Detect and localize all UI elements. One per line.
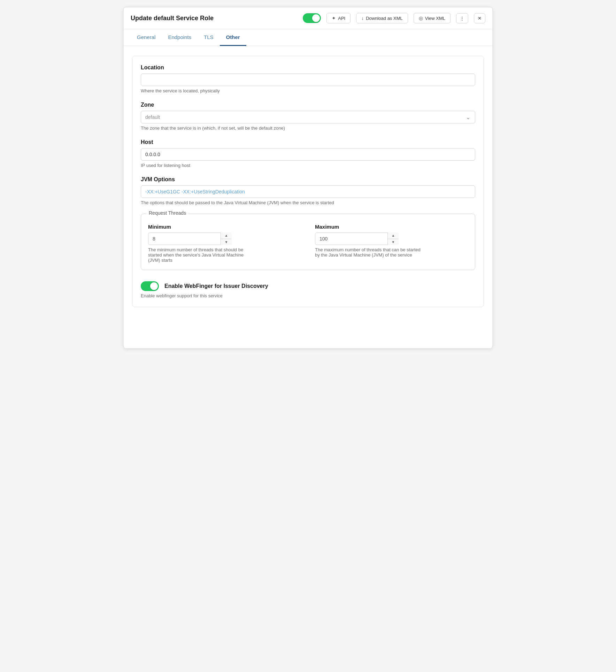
modal-container: Update default Service Role ✦ API ↓ Down… bbox=[123, 7, 493, 349]
tab-bar: General Endpoints TLS Other bbox=[124, 29, 492, 46]
zone-field-group: Zone default zone1 zone2 ⌄ The zone that… bbox=[141, 102, 475, 131]
location-field-group: Location Where the service is located, p… bbox=[141, 64, 475, 93]
eye-icon: ◎ bbox=[419, 15, 423, 21]
tab-endpoints[interactable]: Endpoints bbox=[162, 29, 198, 46]
close-icon: ✕ bbox=[478, 16, 482, 21]
host-field-group: Host IP used for listening host bbox=[141, 139, 475, 168]
tab-tls[interactable]: TLS bbox=[198, 29, 220, 46]
tab-general[interactable]: General bbox=[131, 29, 162, 46]
main-toggle[interactable] bbox=[303, 13, 321, 23]
download-icon: ↓ bbox=[361, 15, 364, 21]
jvm-options-hint: The options that should be passed to the… bbox=[141, 200, 475, 205]
host-label: Host bbox=[141, 139, 475, 145]
maximum-spinners: ▲ ▼ bbox=[387, 232, 399, 245]
location-hint: Where the service is located, physically bbox=[141, 88, 475, 93]
request-threads-box: Request Threads Minimum ▲ ▼ The minimum … bbox=[141, 214, 475, 270]
location-label: Location bbox=[141, 64, 475, 71]
jvm-options-field-group: JVM Options The options that should be p… bbox=[141, 176, 475, 205]
minimum-label: Minimum bbox=[148, 224, 301, 230]
webfinger-field-group: Enable WebFinger for Issuer Discovery En… bbox=[141, 281, 475, 298]
modal-header: Update default Service Role ✦ API ↓ Down… bbox=[124, 7, 492, 29]
webfinger-row: Enable WebFinger for Issuer Discovery bbox=[141, 281, 475, 291]
webfinger-label: Enable WebFinger for Issuer Discovery bbox=[164, 283, 268, 289]
threads-row: Minimum ▲ ▼ The minimum number of thread… bbox=[148, 224, 468, 263]
maximum-input-wrapper: ▲ ▼ bbox=[315, 232, 399, 245]
modal-title: Update default Service Role bbox=[131, 15, 297, 22]
minimum-decrement-button[interactable]: ▼ bbox=[221, 239, 232, 245]
maximum-hint: The maximum number of threads that can b… bbox=[315, 247, 426, 258]
jvm-options-label: JVM Options bbox=[141, 176, 475, 183]
tab-other[interactable]: Other bbox=[220, 29, 246, 46]
minimum-spinners: ▲ ▼ bbox=[221, 232, 232, 245]
tab-content: Location Where the service is located, p… bbox=[124, 46, 492, 317]
view-xml-button[interactable]: ◎ View XML bbox=[414, 13, 451, 23]
download-xml-button[interactable]: ↓ Download as XML bbox=[356, 13, 408, 23]
api-button[interactable]: ✦ API bbox=[326, 13, 351, 23]
webfinger-toggle[interactable] bbox=[141, 281, 159, 291]
more-options-button[interactable]: ⋮ bbox=[456, 13, 468, 23]
maximum-decrement-button[interactable]: ▼ bbox=[388, 239, 399, 245]
close-button[interactable]: ✕ bbox=[474, 13, 485, 23]
minimum-thread-col: Minimum ▲ ▼ The minimum number of thread… bbox=[148, 224, 301, 263]
maximum-thread-col: Maximum ▲ ▼ The maximum number of thread… bbox=[315, 224, 468, 263]
api-icon: ✦ bbox=[332, 15, 336, 21]
host-input[interactable] bbox=[141, 148, 475, 161]
jvm-options-input[interactable] bbox=[141, 185, 475, 198]
more-icon: ⋮ bbox=[460, 16, 464, 21]
minimum-hint: The minimum number of threads that shoul… bbox=[148, 247, 246, 263]
zone-select-wrapper: default zone1 zone2 ⌄ bbox=[141, 111, 475, 123]
zone-label: Zone bbox=[141, 102, 475, 108]
maximum-label: Maximum bbox=[315, 224, 468, 230]
host-hint: IP used for listening host bbox=[141, 163, 475, 168]
webfinger-hint: Enable webfinger support for this servic… bbox=[141, 293, 475, 298]
minimum-input[interactable] bbox=[148, 232, 232, 245]
request-threads-legend: Request Threads bbox=[147, 210, 188, 216]
minimum-input-wrapper: ▲ ▼ bbox=[148, 232, 232, 245]
location-input[interactable] bbox=[141, 74, 475, 86]
zone-hint: The zone that the service is in (which, … bbox=[141, 125, 475, 131]
zone-select[interactable]: default zone1 zone2 bbox=[141, 111, 475, 123]
maximum-input[interactable] bbox=[315, 232, 399, 245]
form-section: Location Where the service is located, p… bbox=[132, 56, 484, 307]
maximum-increment-button[interactable]: ▲ bbox=[388, 232, 399, 239]
minimum-increment-button[interactable]: ▲ bbox=[221, 232, 232, 239]
